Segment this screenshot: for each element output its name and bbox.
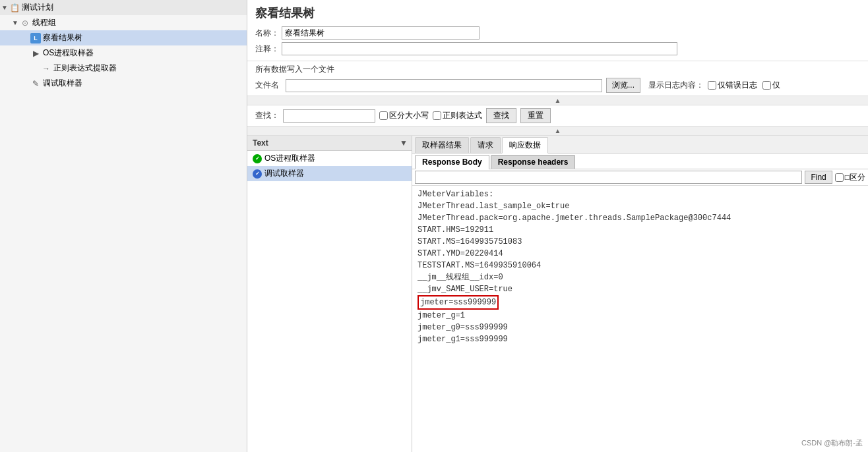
log-options: 仅错误日志 仅 <box>708 80 780 91</box>
success-only-label: 仅 <box>772 80 780 91</box>
detail-case-checkbox[interactable] <box>835 173 844 182</box>
case-sensitive-option: 区分大小写 <box>379 110 429 121</box>
regex-label: 正则表达式 <box>443 110 482 121</box>
tree-item-regex-extractor[interactable]: →正则表达式提取器 <box>0 61 247 76</box>
response-line: jmeter_g1=sss999999 <box>418 333 863 345</box>
search-input[interactable] <box>283 109 375 123</box>
comment-label: 注释： <box>255 43 282 55</box>
response-line: JMeterThread.last_sample_ok=true <box>418 200 863 212</box>
results-header-arrow[interactable]: ▼ <box>396 136 412 150</box>
detail-find-button[interactable]: Find <box>805 171 832 184</box>
result-status-icon: ✓ <box>253 154 262 163</box>
results-items: ✓ OS进程取样器 ✓ 调试取样器 <box>247 151 412 452</box>
tree-container: ▼📋测试计划▼⊙线程组L察看结果树▶OS进程取样器→正则表达式提取器✎调试取样器 <box>0 0 247 91</box>
response-line: TESTSTART.MS=1649935910064 <box>418 260 863 271</box>
tree-item-test-plan[interactable]: ▼📋测试计划 <box>0 0 247 15</box>
file-section: 所有数据写入一个文件 文件名 浏览... 显示日志内容： 仅错误日志 仅 <box>247 61 868 96</box>
regex-option: 正则表达式 <box>433 110 482 121</box>
case-sensitive-label: 区分大小写 <box>389 110 429 121</box>
tree-item-label: 线程组 <box>32 17 56 28</box>
errors-only-checkbox[interactable] <box>708 81 716 90</box>
tree-item-view-results-tree[interactable]: L察看结果树 <box>0 30 247 45</box>
detail-case-option: □区分 <box>835 172 865 183</box>
tab-sampler-result[interactable]: 取样器结果 <box>415 137 469 153</box>
response-line: START.MS=1649935751083 <box>418 236 863 248</box>
result-item-label: 调试取样器 <box>264 168 304 179</box>
results-header: Text ▼ <box>247 136 412 151</box>
plan-icon: 📋 <box>9 3 20 13</box>
detail-panel: 取样器结果请求响应数据 Response BodyResponse header… <box>412 136 868 452</box>
success-only-checkbox[interactable] <box>762 81 771 90</box>
name-row: 名称： <box>255 26 860 40</box>
tree-item-label: OS进程取样器 <box>43 47 94 59</box>
comment-input[interactable] <box>282 42 677 55</box>
regex-checkbox[interactable] <box>433 111 441 120</box>
tree-item-label: 调试取样器 <box>43 78 82 89</box>
response-line: jmeter_g0=sss999999 <box>418 322 863 333</box>
response-line: jmeter_g=1 <box>418 310 863 322</box>
response-body: JMeterVariables:JMeterThread.last_sample… <box>412 186 868 452</box>
response-line: START.HMS=192911 <box>418 224 863 236</box>
tree-item-label: 察看结果树 <box>43 32 82 43</box>
comment-row: 注释： <box>255 42 860 55</box>
tree-arrow: ▼ <box>0 4 9 11</box>
search-bar: 查找： 区分大小写 正则表达式 查找 重置 <box>247 105 868 127</box>
search-label: 查找： <box>255 110 279 121</box>
sub-tab-response-headers[interactable]: Response headers <box>491 155 576 169</box>
scroll-arrow-down[interactable]: ▲ <box>247 127 868 136</box>
reset-button[interactable]: 重置 <box>520 108 551 123</box>
success-only-option: 仅 <box>762 80 780 91</box>
left-tree-panel: ▼📋测试计划▼⊙线程组L察看结果树▶OS进程取样器→正则表达式提取器✎调试取样器 <box>0 0 247 452</box>
sub-tab-response-body[interactable]: Response Body <box>415 155 489 169</box>
tree-item-label: 测试计划 <box>22 2 53 13</box>
watermark: CSDN @勒布朗-孟 <box>801 438 863 448</box>
response-line: JMeterVariables: <box>418 188 863 200</box>
browse-button[interactable]: 浏览... <box>606 78 640 93</box>
response-line: __jm__线程组__idx=0 <box>418 271 863 283</box>
tab-response-data[interactable]: 响应数据 <box>502 137 548 154</box>
right-panel: 察看结果树 名称： 注释： 所有数据写入一个文件 文件名 浏览... 显示日志内… <box>247 0 868 452</box>
highlighted-line: jmeter=sss999999 <box>418 295 499 310</box>
errors-only-option: 仅错误日志 <box>708 80 757 91</box>
extractor-icon: → <box>41 63 51 74</box>
group-icon: ⊙ <box>20 18 30 28</box>
tree-item-label: 正则表达式提取器 <box>53 63 117 74</box>
name-input[interactable] <box>282 26 480 40</box>
result-item-debug-sampler-result[interactable]: ✓ 调试取样器 <box>247 166 412 181</box>
tree-item-debug-sampler[interactable]: ✎调试取样器 <box>0 76 247 91</box>
errors-only-label: 仅错误日志 <box>718 80 757 91</box>
file-label: 文件名 <box>255 80 282 91</box>
file-section-title: 所有数据写入一个文件 <box>255 64 860 75</box>
response-line: JMeterThread.pack=org.apache.jmeter.thre… <box>418 212 863 224</box>
result-status-icon: ✓ <box>253 169 262 179</box>
tab-request[interactable]: 请求 <box>470 137 501 153</box>
response-line: jmeter=sss999999 <box>418 295 863 310</box>
results-header-label: Text <box>247 136 396 150</box>
name-label: 名称： <box>255 28 282 39</box>
panel-header: 察看结果树 名称： 注释： <box>247 0 868 61</box>
main-tabs-row: 取样器结果请求响应数据 <box>412 136 868 154</box>
detail-find-input[interactable] <box>415 171 802 184</box>
response-line: START.YMD=20220414 <box>418 248 863 260</box>
file-row: 文件名 浏览... 显示日志内容： 仅错误日志 仅 <box>255 78 860 93</box>
debug-icon: ✎ <box>30 78 41 89</box>
sampler-icon: ▶ <box>30 48 41 59</box>
detail-case-label: □区分 <box>845 172 865 183</box>
result-item-os-sampler-result[interactable]: ✓ OS进程取样器 <box>247 151 412 166</box>
tree-item-thread-group[interactable]: ▼⊙线程组 <box>0 15 247 30</box>
detail-find-bar: Find □区分 <box>412 169 868 186</box>
results-list: Text ▼ ✓ OS进程取样器 ✓ 调试取样器 <box>247 136 412 452</box>
response-line: __jmv_SAME_USER=true <box>418 283 863 295</box>
find-button[interactable]: 查找 <box>486 108 516 123</box>
file-name-input[interactable] <box>286 79 602 92</box>
tree-item-os-sampler[interactable]: ▶OS进程取样器 <box>0 45 247 61</box>
scroll-arrow-up[interactable]: ▲ <box>247 96 868 105</box>
tree-arrow: ▼ <box>11 19 20 26</box>
main-content: Text ▼ ✓ OS进程取样器 ✓ 调试取样器 取样器结果请求响应数据 Res… <box>247 136 868 452</box>
log-display-label: 显示日志内容： <box>648 80 704 91</box>
listener-icon: L <box>30 33 41 43</box>
sub-tabs-row: Response BodyResponse headers <box>412 154 868 169</box>
panel-title: 察看结果树 <box>255 5 860 21</box>
case-sensitive-checkbox[interactable] <box>379 111 388 120</box>
result-item-label: OS进程取样器 <box>264 153 315 164</box>
